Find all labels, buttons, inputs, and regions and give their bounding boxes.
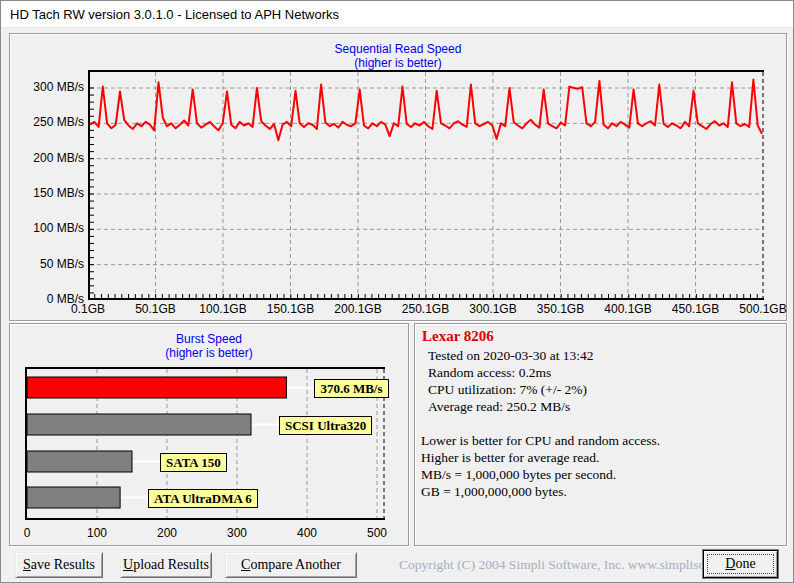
- titlebar[interactable]: HD Tach RW version 3.0.1.0 - Licensed to…: [1, 1, 793, 28]
- sequential-x-tick-label: 200.1GB: [326, 302, 390, 316]
- window-title: HD Tach RW version 3.0.1.0 - Licensed to…: [10, 7, 339, 22]
- sequential-read-chart: [88, 70, 764, 300]
- burst-x-tick-label: 0: [0, 526, 59, 540]
- save-results-button[interactable]: Save Results: [15, 552, 103, 578]
- sequential-y-tick-label: 300 MB/s: [14, 80, 84, 94]
- drive-info-panel: Lexar 8206 Tested on 2020-03-30 at 13:42…: [414, 323, 787, 546]
- info-cpu-utilization: CPU utilization: 7% (+/- 2%): [428, 382, 587, 398]
- sequential-y-tick-label: 200 MB/s: [14, 151, 84, 165]
- sequential-x-tick-label: 350.1GB: [529, 302, 593, 316]
- burst-speed-panel: Burst Speed (higher is better) 370.6 MB/…: [9, 323, 409, 546]
- sequential-chart-title: Sequential Read Speed: [10, 42, 786, 56]
- burst-bar-label: SATA 150: [160, 453, 227, 472]
- note-gb-definition: GB = 1,000,000,000 bytes.: [421, 484, 567, 500]
- note-mbs-definition: MB/s = 1,000,000 bytes per second.: [421, 467, 616, 483]
- sequential-x-tick-label: 450.1GB: [664, 302, 728, 316]
- compare-another-drive-button[interactable]: Compare Another Drive: [225, 552, 357, 578]
- sequential-x-tick-label: 50.1GB: [124, 302, 188, 316]
- sequential-read-panel: Sequential Read Speed (higher is better)…: [9, 33, 787, 321]
- burst-x-tick-label: 100: [65, 526, 129, 540]
- burst-x-tick-label: 300: [205, 526, 269, 540]
- burst-chart-title: Burst Speed: [10, 332, 408, 346]
- sequential-chart-subtitle: (higher is better): [10, 56, 786, 70]
- sequential-x-tick-label: 100.1GB: [191, 302, 255, 316]
- sequential-y-tick-label: 150 MB/s: [14, 186, 84, 200]
- burst-bar-label: 370.6 MB/s: [314, 379, 388, 398]
- info-random-access: Random access: 0.2ms: [428, 365, 551, 381]
- sequential-x-tick-label: 400.1GB: [596, 302, 660, 316]
- burst-x-tick-label: 500: [345, 526, 409, 540]
- note-lower-better: Lower is better for CPU and random acces…: [421, 433, 660, 449]
- burst-x-tick-label: 200: [135, 526, 199, 540]
- burst-x-tick-label: 400: [275, 526, 339, 540]
- sequential-x-tick-label: 250.1GB: [394, 302, 458, 316]
- upload-results-button[interactable]: Upload Results: [120, 552, 212, 578]
- sequential-y-tick-label: 250 MB/s: [14, 115, 84, 129]
- done-button[interactable]: Done: [703, 550, 778, 578]
- info-average-read: Average read: 250.2 MB/s: [428, 399, 570, 415]
- sequential-y-tick-label: 100 MB/s: [14, 221, 84, 235]
- info-tested-on: Tested on 2020-03-30 at 13:42: [428, 348, 594, 364]
- sequential-x-tick-label: 150.1GB: [259, 302, 323, 316]
- hdtach-window: HD Tach RW version 3.0.1.0 - Licensed to…: [0, 0, 794, 583]
- burst-chart-subtitle: (higher is better): [10, 346, 408, 360]
- burst-bar-label: SCSI Ultra320: [279, 416, 372, 435]
- sequential-x-tick-label: 500.1GB: [731, 302, 794, 316]
- sequential-x-tick-label: 300.1GB: [461, 302, 525, 316]
- sequential-y-tick-label: 50 MB/s: [14, 257, 84, 271]
- burst-bar-label: ATA UltraDMA 6: [148, 489, 258, 508]
- drive-name: Lexar 8206: [422, 328, 494, 345]
- sequential-x-tick-label: 0.1GB: [56, 302, 120, 316]
- note-higher-better: Higher is better for average read.: [421, 450, 599, 466]
